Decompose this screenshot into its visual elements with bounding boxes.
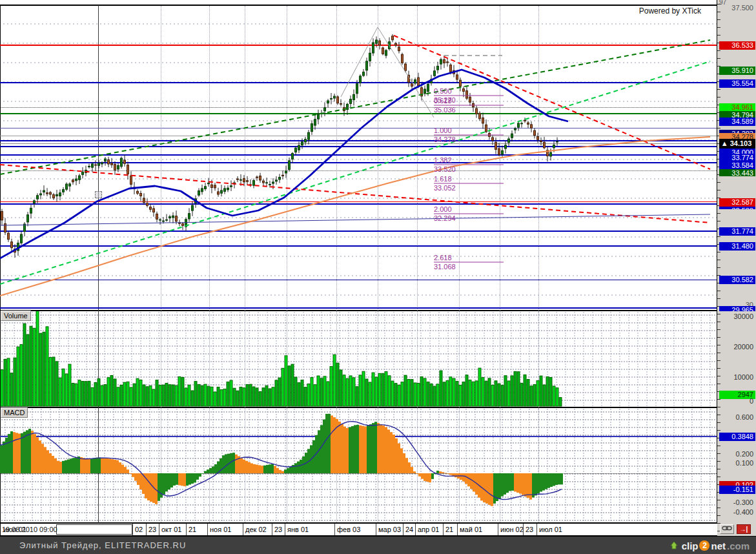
fib-price-label: 33.052 (434, 184, 456, 192)
price-badge: 32.500 (719, 207, 755, 209)
axis-tick (415, 524, 416, 535)
axis-label: 21 (445, 526, 453, 533)
macd-histogram-layer (0, 408, 717, 522)
scale-value: 0.100 (719, 459, 755, 467)
axis-label: 21 (189, 526, 196, 533)
scale-value: -0.400 (719, 508, 755, 517)
volume-bars-layer (0, 311, 717, 407)
time-axis[interactable]: 0223окт 0121ноя 01дек 0223янв 01фев 03ма… (0, 524, 717, 535)
axis-tick (523, 524, 524, 535)
fib-price-label: 33.520 (434, 165, 456, 173)
fib-ratio-label: 1.618 (434, 175, 452, 183)
axis-start-label: июл 01 (3, 526, 26, 533)
axis-tick (403, 524, 404, 535)
price-badge: 34.794 (719, 111, 755, 118)
axis-tick (146, 524, 147, 535)
axis-label: июл 01 (539, 526, 562, 533)
axis-tick (285, 524, 285, 535)
axis-label: мар 03 (378, 526, 401, 533)
status-bar: Элитный Трейдер, ELITETRADER.RU clip2net… (0, 537, 756, 554)
price-badge: 30.582 (719, 276, 755, 284)
axis-tick (159, 524, 159, 535)
upload-arrow-icon (670, 540, 680, 551)
fib-ratio-label: 2.618 (434, 254, 452, 262)
fib-ratio-label: 1.000 (434, 127, 452, 134)
fib-ratio-label: 0.500 (434, 87, 452, 95)
axis-tick (243, 524, 243, 535)
axis-label: июн 02 (500, 526, 524, 533)
axis-tick (457, 524, 458, 535)
axis-tick (207, 524, 208, 535)
scale-value: 0.200 (719, 450, 755, 458)
fib-price-label: 35.036 (434, 106, 456, 114)
clip2net-badge: 2 (699, 540, 710, 551)
axis-label: 23 (148, 526, 156, 533)
volume-panel-label: Volume (1, 311, 31, 321)
axis-tick (376, 524, 376, 535)
axis-label: май 01 (460, 526, 482, 533)
price-scale[interactable]: 37.50036.53335.91035.55434.96134.79434.5… (717, 0, 756, 536)
price-badge: 34.589 (719, 118, 755, 126)
axis-label: янв 01 (287, 526, 309, 533)
price-badge: 0.3848 (719, 433, 755, 441)
axis-tick (186, 524, 187, 535)
scale-value: 10000 (719, 373, 755, 382)
fib-ratio-label: 0.618 (434, 97, 452, 105)
scale-value: 0 (719, 397, 755, 405)
scale-value: 0.600 (719, 413, 755, 422)
price-badge: 35.554 (719, 79, 755, 88)
scale-value: -0.300 (719, 498, 755, 507)
status-text: Элитный Трейдер, ELITETRADER.RU (19, 540, 186, 550)
axis-label: 02 (135, 526, 143, 533)
fib-ratio-label: 1.382 (434, 156, 452, 164)
price-badge: 32.587 (719, 198, 755, 207)
price-badge: 31.480 (719, 242, 755, 251)
scale-value: 20000 (719, 343, 755, 351)
price-badge: 35.910 (719, 67, 755, 75)
axis-date-input[interactable] (56, 524, 132, 535)
axis-tick (536, 524, 537, 535)
fib-ratio-label: 2.000 (434, 205, 452, 213)
axis-label: апр 01 (418, 526, 439, 533)
axis-tick (132, 524, 133, 535)
watermark-logo: clip2net.com (670, 539, 750, 553)
price-badge: 29.965 (719, 306, 755, 311)
axis-label: дек 02 (245, 526, 267, 533)
axis-label: 23 (526, 526, 533, 533)
axis-label: фев 03 (337, 526, 360, 533)
trading-terminal-window: Powered by XTick Volume MACD 37.50036.53… (0, 0, 756, 554)
fib-price-label: 32.294 (434, 214, 456, 222)
fib-price-label: 34.278 (434, 136, 456, 143)
link-icon[interactable] (720, 524, 734, 534)
axis-label: 23 (274, 526, 282, 533)
axis-tick (272, 524, 272, 535)
price-badge: 34.278 (719, 133, 755, 139)
scale-corner-text: 97 (719, 0, 726, 6)
price-badge: 33.443 (719, 169, 755, 176)
price-badge: 31.774 (719, 227, 755, 236)
axis-tick (443, 524, 444, 535)
goto-end-icon[interactable]: →| (737, 524, 751, 534)
scale-value: 30000 (719, 313, 755, 321)
axis-tick (498, 524, 498, 535)
candlestick-layer (0, 5, 717, 311)
axis-label: 24 (405, 526, 413, 533)
axis-label: окт 01 (161, 526, 181, 533)
price-badge: 36.533 (719, 41, 755, 50)
fib-price-label: 31.068 (434, 263, 456, 271)
price-badge: -0.151 (719, 486, 755, 494)
price-badge: ▲ 34.103 (719, 139, 755, 149)
macd-panel-label: MACD (1, 407, 28, 418)
axis-label: ноя 01 (210, 526, 231, 533)
axis-tick (334, 524, 335, 535)
